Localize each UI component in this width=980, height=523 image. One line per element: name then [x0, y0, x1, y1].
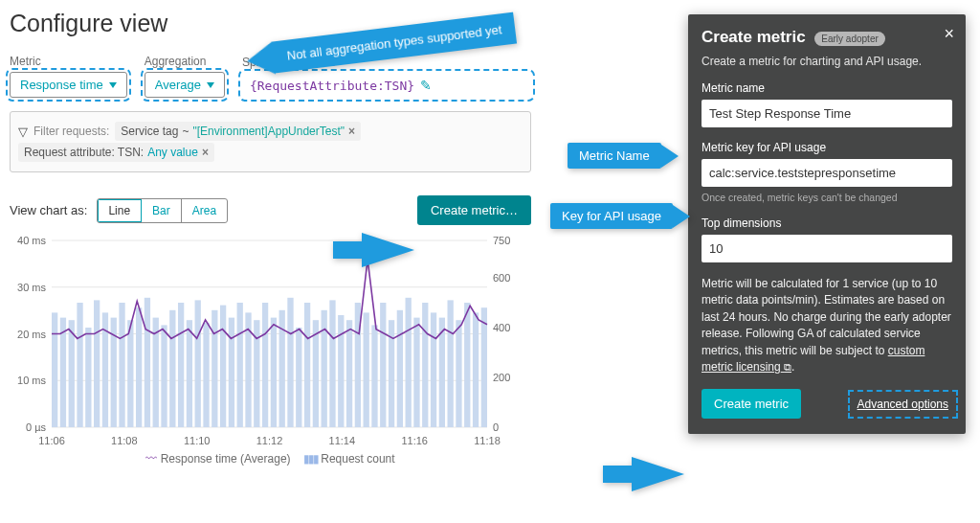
metric-name-label: Metric name [702, 81, 952, 95]
annotation-arrow-confirm [632, 457, 684, 491]
edit-icon[interactable]: ✎ [420, 78, 432, 93]
metric-key-hint: Once created, metric keys can't be chang… [702, 192, 952, 203]
svg-text:10 ms: 10 ms [17, 375, 46, 386]
svg-rect-44 [237, 303, 243, 427]
svg-rect-24 [69, 320, 75, 427]
svg-rect-51 [296, 328, 301, 427]
svg-rect-40 [203, 323, 209, 427]
seg-line[interactable]: Line [98, 199, 142, 222]
svg-text:11:16: 11:16 [401, 435, 428, 446]
svg-rect-38 [187, 320, 192, 427]
svg-rect-33 [145, 298, 150, 427]
close-icon[interactable]: × [944, 24, 954, 44]
remove-chip-icon[interactable]: × [348, 125, 355, 138]
metric-name-input[interactable] [702, 100, 952, 127]
svg-rect-69 [448, 300, 454, 427]
remove-chip-icon[interactable]: × [202, 146, 209, 159]
svg-rect-60 [371, 325, 377, 427]
filter-chip-request-attr[interactable]: Request attribute: TSN: Any value × [18, 143, 214, 162]
aggregation-value: Average [155, 78, 201, 92]
create-metric-dialog: × Create metric Early adopter Create a m… [688, 14, 966, 434]
svg-text:200: 200 [493, 372, 510, 383]
svg-rect-52 [304, 303, 310, 427]
svg-rect-55 [329, 300, 335, 427]
chart-legend: 〰 Response time (Average) ▮▮▮ Request co… [10, 452, 531, 466]
svg-rect-71 [464, 303, 470, 427]
svg-rect-56 [338, 315, 344, 427]
metric-dropdown[interactable]: Response time [10, 72, 127, 98]
svg-text:40 ms: 40 ms [17, 235, 46, 246]
svg-rect-22 [52, 312, 57, 427]
svg-text:750: 750 [493, 235, 510, 246]
svg-rect-41 [212, 310, 217, 427]
seg-area[interactable]: Area [182, 199, 227, 222]
svg-rect-72 [473, 312, 479, 427]
svg-rect-57 [346, 320, 352, 427]
annotation-arrow-create [362, 233, 414, 267]
chevron-down-icon [109, 82, 117, 88]
filter-chip-service-tag[interactable]: Service tag ~ "[Environment]AppUnderTest… [115, 122, 361, 141]
svg-text:11:10: 11:10 [184, 435, 211, 446]
filter-label: Filter requests: [33, 125, 109, 138]
svg-rect-47 [262, 303, 268, 427]
top-dimensions-label: Top dimensions [702, 216, 952, 230]
svg-rect-43 [229, 318, 234, 427]
advanced-options-link[interactable]: Advanced options [854, 396, 952, 413]
metric-label: Metric [10, 55, 127, 68]
top-dimensions-input[interactable] [702, 235, 952, 262]
svg-rect-30 [119, 303, 124, 427]
svg-text:11:08: 11:08 [111, 435, 138, 446]
dialog-description: Metric will be calculated for 1 service … [702, 276, 952, 375]
seg-bar[interactable]: Bar [142, 199, 182, 222]
svg-text:0 µs: 0 µs [26, 421, 47, 433]
filter-icon: ▽ [18, 125, 28, 139]
svg-rect-39 [195, 300, 201, 427]
chart-type-segmented[interactable]: Line Bar Area [97, 198, 228, 223]
svg-rect-26 [85, 328, 91, 427]
filter-box: ▽ Filter requests: Service tag ~ "[Envir… [10, 111, 531, 172]
svg-rect-54 [322, 310, 327, 427]
configure-view-panel: Configure view Metric Response time Aggr… [10, 10, 531, 466]
svg-rect-65 [413, 318, 419, 427]
svg-text:11:12: 11:12 [256, 435, 283, 446]
svg-rect-25 [77, 303, 82, 427]
annotation-key: Key for API usage [550, 203, 673, 229]
metric-chart: 0 µs10 ms20 ms30 ms40 ms020040060075011:… [10, 233, 522, 448]
svg-text:30 ms: 30 ms [17, 282, 46, 293]
metric-key-label: Metric key for API usage [702, 141, 952, 154]
svg-rect-66 [422, 303, 428, 427]
svg-rect-64 [406, 298, 412, 427]
svg-text:400: 400 [493, 322, 510, 333]
aggregation-dropdown[interactable]: Average [145, 72, 225, 98]
metric-key-input[interactable] [702, 159, 952, 187]
dialog-subtitle: Create a metric for charting and API usa… [702, 55, 952, 68]
early-adopter-badge: Early adopter [814, 32, 884, 46]
svg-rect-61 [380, 303, 386, 427]
svg-text:11:06: 11:06 [38, 435, 65, 446]
chart-area: View chart as: Line Bar Area Create metr… [10, 195, 531, 466]
svg-text:600: 600 [493, 272, 510, 284]
svg-text:11:18: 11:18 [474, 435, 501, 446]
svg-rect-27 [94, 300, 100, 427]
dialog-title: Create metric [702, 28, 806, 47]
aggregation-label: Aggregation [145, 55, 225, 68]
svg-rect-73 [481, 307, 487, 427]
create-metric-button[interactable]: Create metric… [417, 195, 531, 225]
annotation-metric-name: Metric Name [568, 143, 661, 169]
svg-rect-48 [271, 318, 277, 427]
svg-rect-35 [161, 325, 167, 427]
external-link-icon: ⧉ [784, 361, 791, 373]
split-value: {RequestAttribute:TSN} [250, 79, 414, 93]
view-chart-as-label: View chart as: [10, 203, 87, 217]
svg-rect-32 [136, 307, 142, 427]
svg-text:20 ms: 20 ms [17, 329, 46, 340]
create-metric-confirm-button[interactable]: Create metric [702, 389, 801, 419]
svg-rect-67 [431, 312, 436, 427]
chevron-down-icon [207, 82, 214, 88]
svg-text:0: 0 [493, 421, 499, 433]
svg-rect-37 [178, 303, 184, 427]
svg-rect-63 [397, 310, 403, 427]
svg-rect-42 [220, 306, 226, 427]
split-dimension-field[interactable]: {RequestAttribute:TSN} ✎ [242, 73, 531, 98]
svg-rect-50 [287, 298, 293, 427]
